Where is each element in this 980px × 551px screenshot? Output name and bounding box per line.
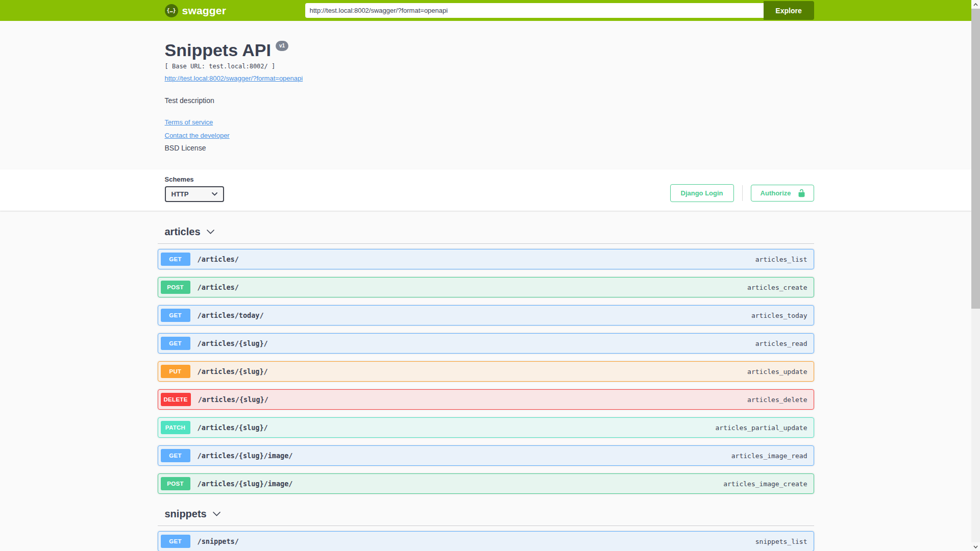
endpoint-row[interactable]: POST /articles/{slug}/image/ articles_im… <box>158 473 814 494</box>
method-badge: PATCH <box>161 421 190 434</box>
method-badge: PUT <box>161 365 190 378</box>
download-url-wrapper: Explore <box>305 1 814 20</box>
swagger-logo[interactable]: {…} swagger <box>158 4 227 17</box>
chevron-down-icon <box>212 192 217 196</box>
page-title: Snippets API v1 <box>158 40 814 60</box>
chevron-down-icon <box>207 230 214 234</box>
info-section: Snippets API v1 [ Base URL: test.local:8… <box>0 21 971 169</box>
authorize-button[interactable]: Authorize <box>751 185 814 202</box>
endpoint-path: /articles/ <box>198 283 239 291</box>
scrollbar-thumb[interactable] <box>971 9 980 309</box>
method-badge: GET <box>161 337 190 350</box>
endpoint-path: /snippets/ <box>198 537 239 545</box>
operation-id: articles_image_create <box>723 480 807 488</box>
scheme-selected-value: HTTP <box>172 190 189 198</box>
schemes-block: Schemes HTTP <box>158 176 224 202</box>
scrollbar-up-button[interactable] <box>971 0 980 9</box>
unlock-icon <box>797 189 806 197</box>
endpoint-row[interactable]: GET /articles/{slug}/image/ articles_ima… <box>158 445 814 466</box>
spec-link[interactable]: http://test.local:8002/swagger/?format=o… <box>165 74 303 82</box>
contact-developer-link[interactable]: Contact the developer <box>165 132 230 139</box>
method-badge: POST <box>161 281 190 294</box>
version-badge: v1 <box>276 41 288 51</box>
method-badge: DELETE <box>161 393 191 406</box>
schemes-label: Schemes <box>158 176 224 183</box>
tag-section: articles GET /articles/ articles_list PO… <box>158 221 814 494</box>
base-url: [ Base URL: test.local:8002/ ] <box>158 63 814 70</box>
operation-id: snippets_list <box>755 538 807 545</box>
endpoint-row[interactable]: GET /articles/ articles_list <box>158 249 814 269</box>
endpoint-path: /articles/today/ <box>198 311 264 319</box>
endpoint-path: /articles/{slug}/ <box>198 423 268 432</box>
endpoint-row[interactable]: POST /articles/ articles_create <box>158 277 814 297</box>
license-text: BSD License <box>158 144 814 152</box>
section-title: snippets <box>165 508 207 520</box>
method-badge: POST <box>161 477 190 490</box>
section-operations: GET /articles/ articles_list POST /artic… <box>158 249 814 494</box>
chevron-down-icon <box>973 545 978 548</box>
method-badge: GET <box>161 253 190 266</box>
authorize-label: Authorize <box>761 189 791 197</box>
endpoint-path: /articles/{slug}/image/ <box>198 452 293 460</box>
endpoint-row[interactable]: GET /articles/today/ articles_today <box>158 305 814 325</box>
section-header[interactable]: snippets <box>158 503 814 526</box>
endpoint-path: /articles/{slug}/ <box>198 395 268 404</box>
operation-id: articles_update <box>747 368 807 375</box>
auth-divider <box>742 185 743 201</box>
method-badge: GET <box>161 309 190 322</box>
endpoint-row[interactable]: GET /snippets/ snippets_list <box>158 531 814 551</box>
endpoint-row[interactable]: PATCH /articles/{slug}/ articles_partial… <box>158 417 814 438</box>
endpoint-row[interactable]: PUT /articles/{slug}/ articles_update <box>158 361 814 382</box>
section-title: articles <box>165 226 201 238</box>
operation-id: articles_list <box>755 256 807 263</box>
endpoint-row[interactable]: GET /articles/{slug}/ articles_read <box>158 333 814 354</box>
operation-id: articles_read <box>755 340 807 347</box>
page: {…} swagger Explore Snippets API v1 [ Ba… <box>0 0 971 551</box>
explore-button[interactable]: Explore <box>764 1 814 20</box>
scheme-container: Schemes HTTP Django Login Authorize <box>0 169 971 211</box>
scheme-select[interactable]: HTTP <box>165 186 224 202</box>
scrollbar[interactable] <box>971 0 980 551</box>
terms-of-service-link[interactable]: Terms of service <box>165 118 213 126</box>
section-operations: GET /snippets/ snippets_list <box>158 531 814 551</box>
endpoint-path: /articles/ <box>198 255 239 263</box>
chevron-up-icon <box>973 3 978 6</box>
topbar: {…} swagger Explore <box>0 0 971 21</box>
method-badge: GET <box>161 535 190 548</box>
operation-id: articles_image_read <box>731 452 807 460</box>
operation-id: articles_delete <box>747 396 807 404</box>
endpoint-path: /articles/{slug}/ <box>198 367 268 375</box>
auth-wrapper: Django Login Authorize <box>670 184 814 202</box>
method-badge: GET <box>161 449 190 462</box>
tag-section: snippets GET /snippets/ snippets_list <box>158 503 814 551</box>
operation-id: articles_today <box>751 312 807 319</box>
api-description: Test description <box>158 96 814 105</box>
operation-id: articles_partial_update <box>715 424 807 432</box>
swagger-logo-text: swagger <box>182 5 227 17</box>
operations-list: articles GET /articles/ articles_list PO… <box>158 221 814 551</box>
api-url-input[interactable] <box>305 3 764 18</box>
operation-id: articles_create <box>747 284 807 291</box>
section-header[interactable]: articles <box>158 221 814 244</box>
endpoint-row[interactable]: DELETE /articles/{slug}/ articles_delete <box>158 389 814 410</box>
swagger-logo-icon: {…} <box>165 4 178 17</box>
scrollbar-down-button[interactable] <box>971 542 980 551</box>
chevron-down-icon <box>213 512 220 516</box>
endpoint-path: /articles/{slug}/image/ <box>198 480 293 488</box>
django-login-button[interactable]: Django Login <box>670 184 734 202</box>
api-title: Snippets API <box>165 40 271 60</box>
endpoint-path: /articles/{slug}/ <box>198 339 268 347</box>
